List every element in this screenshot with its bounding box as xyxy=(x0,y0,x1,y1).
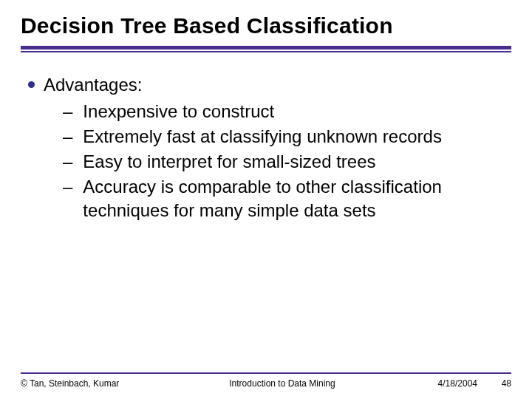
bullet-heading: Advantages: xyxy=(44,75,142,95)
footer-course: Introduction to Data Mining xyxy=(176,378,389,389)
footer-divider xyxy=(21,372,511,374)
bullet-level-1: Advantages: – Inexpensive to construct –… xyxy=(28,73,511,224)
list-item: – Extremely fast at classifying unknown … xyxy=(63,125,511,149)
list-item: – Easy to interpret for small-sized tree… xyxy=(63,150,511,174)
list-item: – Accuracy is comparable to other classi… xyxy=(63,175,511,222)
content-area: Advantages: – Inexpensive to construct –… xyxy=(21,73,511,224)
slide-title: Decision Tree Based Classification xyxy=(21,13,511,38)
bullet-dot-icon xyxy=(28,81,35,88)
list-item-text: Accuracy is comparable to other classifi… xyxy=(83,175,497,222)
footer-date: 4/18/2004 xyxy=(389,378,477,389)
list-item: – Inexpensive to construct xyxy=(63,100,511,123)
slide-footer: © Tan, Steinbach, Kumar Introduction to … xyxy=(0,372,532,389)
list-item-text: Easy to interpret for small-sized trees xyxy=(83,150,497,174)
sub-bullet-list: – Inexpensive to construct – Extremely f… xyxy=(44,100,511,222)
dash-icon: – xyxy=(63,125,72,149)
dash-icon: – xyxy=(63,150,72,174)
footer-authors: © Tan, Steinbach, Kumar xyxy=(21,378,176,389)
list-item-text: Inexpensive to construct xyxy=(83,100,497,123)
list-item-text: Extremely fast at classifying unknown re… xyxy=(83,125,497,149)
slide: Decision Tree Based Classification Advan… xyxy=(0,0,532,399)
title-divider xyxy=(21,46,511,52)
dash-icon: – xyxy=(63,100,72,123)
footer-page: 48 xyxy=(477,378,511,389)
dash-icon: – xyxy=(63,175,72,199)
